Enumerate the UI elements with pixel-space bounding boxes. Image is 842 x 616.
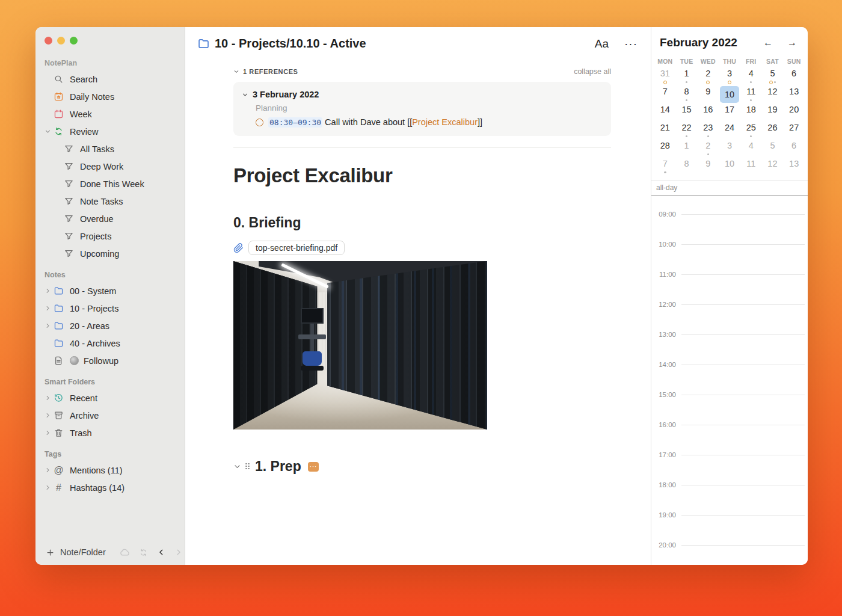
cloud-sync-icon[interactable] — [119, 546, 130, 558]
sidebar-item-00-system[interactable]: 00 - System — [35, 282, 185, 300]
sidebar-item-daily-notes[interactable]: Daily Notes — [35, 88, 185, 105]
sidebar-item-done-this-week[interactable]: Done This Week — [35, 175, 185, 192]
day-cell[interactable]: 31 — [654, 68, 676, 86]
sidebar-item-archive[interactable]: Archive — [35, 407, 185, 424]
sidebar-item-deep-work[interactable]: Deep Work — [35, 158, 185, 175]
day-cell[interactable]: 7 — [654, 158, 676, 176]
day-cell[interactable]: 3 — [719, 140, 740, 158]
sidebar-item-overdue[interactable]: Overdue — [35, 210, 185, 227]
day-cell[interactable]: 13 — [783, 86, 805, 104]
sidebar-item-week[interactable]: Week — [35, 105, 185, 123]
refresh-icon[interactable] — [139, 546, 148, 558]
day-cell-selected[interactable]: 10 — [719, 86, 740, 104]
open-task-circle-icon[interactable] — [256, 119, 263, 126]
sidebar-item-10-projects[interactable]: 10 - Projects — [35, 300, 185, 317]
day-cell[interactable]: 23 — [697, 122, 719, 140]
sidebar-item-review[interactable]: Review — [35, 123, 185, 140]
day-cell[interactable]: 1 — [676, 68, 698, 86]
sidebar-item-label: 10 - Projects — [70, 304, 118, 313]
timeline-slot[interactable]: 19:00 — [651, 515, 808, 545]
timeline-slot[interactable]: 18:00 — [651, 485, 808, 515]
sidebar-item-projects[interactable]: Projects — [35, 227, 185, 245]
timeline-slot[interactable]: 13:00 — [651, 334, 808, 365]
collapse-all-button[interactable]: collapse all — [574, 67, 611, 76]
sidebar-item-followup[interactable]: Followup — [35, 352, 185, 369]
day-cell[interactable]: 10 — [719, 158, 740, 176]
timeline-slot[interactable]: 14:00 — [651, 365, 808, 395]
sidebar-item-search[interactable]: Search — [35, 70, 185, 88]
sidebar-item-trash[interactable]: Trash — [35, 424, 185, 442]
day-cell[interactable]: 4 — [740, 68, 762, 86]
day-cell[interactable]: 13 — [783, 158, 805, 176]
note-heading-prep: 1. Prep — [255, 458, 301, 475]
reference-date-row[interactable]: 3 February 2022 — [242, 90, 603, 99]
sidebar-item-mentions[interactable]: @Mentions (11) — [35, 461, 185, 479]
day-cell[interactable]: 9 — [697, 158, 719, 176]
day-cell[interactable]: 14 — [654, 104, 676, 122]
chevron-right-icon[interactable] — [174, 546, 183, 558]
timeline-slot[interactable]: 15:00 — [651, 395, 808, 425]
timeline-slot[interactable]: 16:00 — [651, 425, 808, 455]
all-day-row[interactable]: all-day — [651, 180, 808, 196]
more-options-button[interactable]: ··· — [624, 37, 638, 51]
day-cell[interactable]: 15 — [676, 104, 698, 122]
new-note-button[interactable]: Note/Folder — [44, 546, 106, 558]
day-cell[interactable]: 12 — [762, 86, 784, 104]
day-cell[interactable]: 8 — [676, 86, 698, 104]
prev-month-button[interactable]: ← — [763, 37, 773, 48]
drag-handle-icon[interactable] — [245, 463, 250, 470]
format-button[interactable]: Aa — [595, 37, 609, 51]
day-cell[interactable]: 24 — [719, 122, 740, 140]
day-cell[interactable]: 1 — [676, 140, 698, 158]
day-cell[interactable]: 11 — [740, 158, 762, 176]
attachment-pill[interactable]: top-secret-briefing.pdf — [248, 241, 345, 255]
day-cell[interactable]: 5 — [762, 140, 784, 158]
sidebar-item-recent[interactable]: Recent — [35, 389, 185, 407]
references-toggle[interactable]: 1 REFERENCES — [233, 68, 298, 75]
day-cell[interactable]: 5 — [762, 68, 784, 86]
sidebar-item-40-archives[interactable]: 40 - Archives — [35, 334, 185, 352]
day-cell[interactable]: 18 — [740, 104, 762, 122]
day-cell[interactable]: 21 — [654, 122, 676, 140]
timeline-slot[interactable]: 09:00 — [651, 214, 808, 244]
collapsed-content-badge[interactable]: ··· — [308, 462, 319, 472]
next-month-button[interactable]: → — [787, 37, 797, 48]
server-room-image[interactable] — [233, 261, 487, 430]
sidebar-item-note-tasks[interactable]: Note Tasks — [35, 192, 185, 210]
day-cell[interactable]: 4 — [740, 140, 762, 158]
sidebar-item-hashtags[interactable]: #Hashtags (14) — [35, 479, 185, 496]
chevron-left-icon[interactable] — [157, 546, 165, 558]
day-cell[interactable]: 16 — [697, 104, 719, 122]
day-cell[interactable]: 17 — [719, 104, 740, 122]
day-cell[interactable]: 9 — [697, 86, 719, 104]
day-cell[interactable]: 22 — [676, 122, 698, 140]
day-cell[interactable]: 26 — [762, 122, 784, 140]
timeline-slot[interactable]: 20:00 — [651, 545, 808, 565]
minimize-window-button[interactable] — [57, 37, 65, 45]
timeline-slot[interactable]: 17:00 — [651, 455, 808, 485]
sidebar-item-20-areas[interactable]: 20 - Areas — [35, 317, 185, 334]
chevron-down-icon[interactable] — [233, 463, 241, 470]
wiki-link[interactable]: Project Excalibur — [412, 117, 478, 127]
day-cell[interactable]: 28 — [654, 140, 676, 158]
day-cell[interactable]: 25 — [740, 122, 762, 140]
day-cell[interactable]: 12 — [762, 158, 784, 176]
day-cell[interactable]: 2 — [697, 68, 719, 86]
day-cell[interactable]: 11 — [740, 86, 762, 104]
day-cell[interactable]: 19 — [762, 104, 784, 122]
day-cell[interactable]: 20 — [783, 104, 805, 122]
day-cell[interactable]: 8 — [676, 158, 698, 176]
timeline-slot[interactable]: 11:00 — [651, 274, 808, 304]
day-cell[interactable]: 3 — [719, 68, 740, 86]
zoom-window-button[interactable] — [70, 37, 78, 45]
timeline-slot[interactable]: 12:00 — [651, 304, 808, 334]
day-cell[interactable]: 6 — [783, 140, 805, 158]
timeline-slot[interactable]: 10:00 — [651, 244, 808, 274]
sidebar-item-upcoming[interactable]: Upcoming — [35, 245, 185, 262]
sidebar-item-all-tasks[interactable]: All Tasks — [35, 140, 185, 158]
day-cell[interactable]: 7 — [654, 86, 676, 104]
day-cell[interactable]: 27 — [783, 122, 805, 140]
day-cell[interactable]: 2 — [697, 140, 719, 158]
close-window-button[interactable] — [45, 37, 52, 45]
day-cell[interactable]: 6 — [783, 68, 805, 86]
